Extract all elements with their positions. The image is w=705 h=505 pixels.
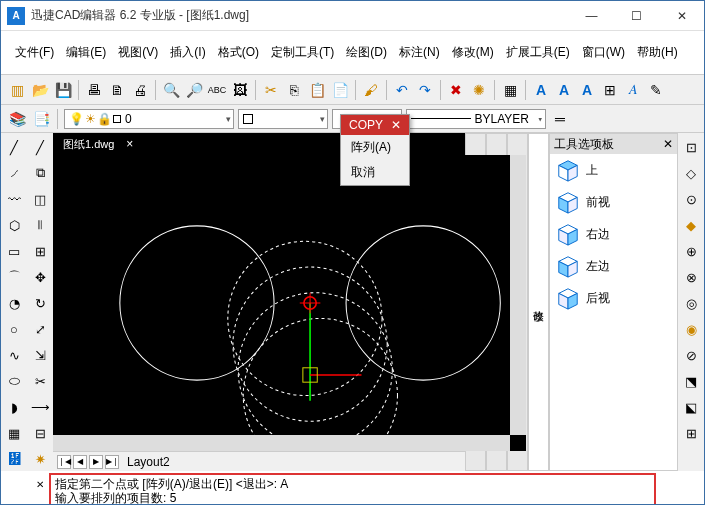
snap1-icon[interactable]: ⊡ xyxy=(681,137,701,157)
canvas[interactable] xyxy=(53,155,526,451)
lineweight-dropdown[interactable]: BYLAYER xyxy=(406,109,546,129)
rotate-icon[interactable]: ↻ xyxy=(30,293,50,313)
polyline-icon[interactable]: 〰 xyxy=(4,189,24,209)
menu-dimension[interactable]: 标注(N) xyxy=(393,42,446,63)
field-icon[interactable]: ⊞ xyxy=(600,80,620,100)
menu-tools[interactable]: 定制工具(T) xyxy=(265,42,340,63)
undo-icon[interactable]: ↶ xyxy=(392,80,412,100)
snap7-icon[interactable]: ◎ xyxy=(681,293,701,313)
arc-icon[interactable]: ⌒ xyxy=(4,267,24,287)
print-icon[interactable]: 🖶 xyxy=(84,80,104,100)
circle2-icon[interactable]: ◔ xyxy=(4,293,24,313)
hatch-icon[interactable]: ▦ xyxy=(4,423,24,443)
context-close-icon[interactable]: ✕ xyxy=(391,118,401,132)
rectangle-icon[interactable]: ▭ xyxy=(4,241,24,261)
snap6-icon[interactable]: ⊗ xyxy=(681,267,701,287)
snap4-icon[interactable]: ◆ xyxy=(681,215,701,235)
clipboard-icon[interactable]: 📄 xyxy=(330,80,350,100)
menu-format[interactable]: 格式(O) xyxy=(212,42,265,63)
find-icon[interactable]: 🔍 xyxy=(161,80,181,100)
scale-icon[interactable]: ⤢ xyxy=(30,319,50,339)
xline-icon[interactable]: ⟋ xyxy=(4,163,24,183)
ellipsearc-icon[interactable]: ◗ xyxy=(4,397,24,417)
snap2-icon[interactable]: ◇ xyxy=(681,163,701,183)
mirror-icon[interactable]: ◫ xyxy=(30,189,50,209)
delete-icon[interactable]: ✖ xyxy=(446,80,466,100)
menu-draw[interactable]: 绘图(D) xyxy=(340,42,393,63)
context-item-cancel[interactable]: 取消 xyxy=(341,160,409,185)
move-icon[interactable]: ✥ xyxy=(30,267,50,287)
linetype-icon[interactable]: ═ xyxy=(550,109,570,129)
text-a3-icon[interactable]: A xyxy=(577,80,597,100)
break-icon[interactable]: ⊟ xyxy=(30,423,50,443)
redo-icon[interactable]: ↷ xyxy=(415,80,435,100)
new-icon[interactable]: ▥ xyxy=(7,80,27,100)
scrollbar-vertical[interactable] xyxy=(510,155,526,435)
menu-extend[interactable]: 扩展工具(E) xyxy=(500,42,576,63)
array-icon[interactable]: ⊞ xyxy=(30,241,50,261)
trim-icon[interactable]: ✂ xyxy=(30,371,50,391)
maximize-button[interactable]: ☐ xyxy=(614,1,659,31)
circle-icon[interactable]: ○ xyxy=(4,319,24,339)
style-icon[interactable]: 𝐴 xyxy=(623,80,643,100)
plot-icon[interactable]: 🖨 xyxy=(130,80,150,100)
view-top[interactable]: 上 xyxy=(550,154,677,186)
tab-nav-next[interactable]: ▶ xyxy=(89,455,103,469)
layer-dropdown[interactable]: 💡 ☀ 🔒 0 xyxy=(64,109,234,129)
menu-view[interactable]: 视图(V) xyxy=(112,42,164,63)
spell-icon[interactable]: ABC xyxy=(207,80,227,100)
copy-icon[interactable]: ⎘ xyxy=(284,80,304,100)
snap8-icon[interactable]: ◉ xyxy=(681,319,701,339)
ellipse-icon[interactable]: ⬭ xyxy=(4,371,24,391)
minimize-button[interactable]: — xyxy=(569,1,614,31)
menu-window[interactable]: 窗口(W) xyxy=(576,42,631,63)
burst-icon[interactable]: ✺ xyxy=(469,80,489,100)
tab-nav-first[interactable]: ❘◀ xyxy=(57,455,71,469)
cut-icon[interactable]: ✂ xyxy=(261,80,281,100)
palette-close-icon[interactable]: ✕ xyxy=(663,137,673,151)
save-icon[interactable]: 💾 xyxy=(53,80,73,100)
erase-icon[interactable]: ╱ xyxy=(30,137,50,157)
text-a2-icon[interactable]: A xyxy=(554,80,574,100)
spline-icon[interactable]: ∿ xyxy=(4,345,24,365)
copy2-icon[interactable]: ⧉ xyxy=(30,163,50,183)
tab-nav-prev[interactable]: ◀ xyxy=(73,455,87,469)
scrollbar-horizontal[interactable] xyxy=(53,435,510,451)
polygon-icon[interactable]: ⬡ xyxy=(4,215,24,235)
menu-edit[interactable]: 编辑(E) xyxy=(60,42,112,63)
context-item-array[interactable]: 阵列(A) xyxy=(341,135,409,160)
text-a1-icon[interactable]: A xyxy=(531,80,551,100)
doc-tab-active[interactable]: 图纸1.dwg xyxy=(57,136,120,153)
stretch-icon[interactable]: ⇲ xyxy=(30,345,50,365)
zoom-icon[interactable]: 🔎 xyxy=(184,80,204,100)
snap10-icon[interactable]: ⬔ xyxy=(681,371,701,391)
extend-icon[interactable]: ⟶ xyxy=(30,397,50,417)
open-icon[interactable]: 📂 xyxy=(30,80,50,100)
menu-insert[interactable]: 插入(I) xyxy=(164,42,211,63)
snap5-icon[interactable]: ⊕ xyxy=(681,241,701,261)
view-right[interactable]: 右边 xyxy=(550,218,677,250)
explode-icon[interactable]: ✷ xyxy=(30,449,50,469)
offset-icon[interactable]: ⫴ xyxy=(30,215,50,235)
layout-tab[interactable]: Layout2 xyxy=(121,455,176,469)
snap3-icon[interactable]: ⊙ xyxy=(681,189,701,209)
view-left[interactable]: 左边 xyxy=(550,250,677,282)
view-back[interactable]: 后视 xyxy=(550,282,677,314)
view-front[interactable]: 前视 xyxy=(550,186,677,218)
cmdline-close-icon[interactable]: ✕ xyxy=(33,477,47,491)
doc-tab-close-icon[interactable]: × xyxy=(126,137,133,151)
close-button[interactable]: ✕ xyxy=(659,1,704,31)
image-icon[interactable]: 🖼 xyxy=(230,80,250,100)
menu-help[interactable]: 帮助(H) xyxy=(631,42,684,63)
spiral-icon[interactable]: ὿ xyxy=(4,449,24,469)
dim-icon[interactable]: ✎ xyxy=(646,80,666,100)
layer-state-icon[interactable]: 📑 xyxy=(31,109,51,129)
paste-icon[interactable]: 📋 xyxy=(307,80,327,100)
snap12-icon[interactable]: ⊞ xyxy=(681,423,701,443)
line-icon[interactable]: ╱ xyxy=(4,137,24,157)
brush-icon[interactable]: 🖌 xyxy=(361,80,381,100)
snap11-icon[interactable]: ⬕ xyxy=(681,397,701,417)
menu-modify[interactable]: 修改(M) xyxy=(446,42,500,63)
snap9-icon[interactable]: ⊘ xyxy=(681,345,701,365)
palette-icon[interactable]: ▦ xyxy=(500,80,520,100)
